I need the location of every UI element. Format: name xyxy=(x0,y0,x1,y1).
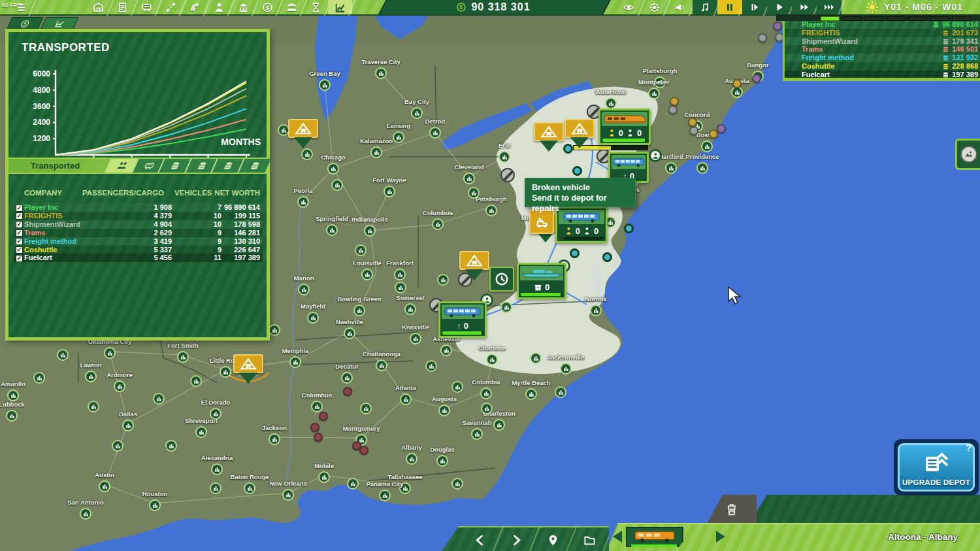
row-checkbox[interactable]: ✓ xyxy=(16,221,23,228)
city-marker[interactable] xyxy=(361,269,373,280)
town-marker[interactable] xyxy=(468,187,480,199)
upgrade-depot-button[interactable]: UPGRADE DEPOT xyxy=(898,443,975,492)
town-marker[interactable] xyxy=(331,179,343,191)
city-marker[interactable] xyxy=(438,405,450,416)
speed-button-play[interactable] xyxy=(767,0,792,14)
city-marker[interactable] xyxy=(114,380,125,392)
leaderboard-row[interactable]: ShipmentWizard179 341 xyxy=(785,37,980,46)
city-marker[interactable] xyxy=(211,463,223,475)
tab-chart[interactable] xyxy=(41,17,79,30)
city-marker[interactable] xyxy=(436,455,448,467)
town-marker[interactable] xyxy=(33,372,45,384)
toolbar-button-radar[interactable] xyxy=(183,0,207,14)
table-row[interactable]: ✓Fuelcart5 45611197 389 xyxy=(14,254,263,262)
city-marker[interactable] xyxy=(341,372,353,384)
city-marker[interactable] xyxy=(370,146,382,158)
help-button[interactable]: ? xyxy=(966,442,972,453)
toolbar-button-contracts[interactable] xyxy=(110,0,135,14)
table-row[interactable]: ✓Player Inc1 908796 890 614 xyxy=(14,203,263,212)
harbor-marker[interactable] xyxy=(624,224,634,233)
vehicle-status-panel[interactable]: 0 xyxy=(517,263,566,299)
leaderboard-row[interactable]: Player Inc96 890 614 xyxy=(785,20,980,29)
town-marker[interactable] xyxy=(355,244,367,256)
town-marker[interactable] xyxy=(500,301,512,313)
locate-button[interactable] xyxy=(534,527,571,551)
city-marker[interactable] xyxy=(80,508,91,520)
row-checkbox[interactable]: ✓ xyxy=(16,255,23,262)
history-forward-button[interactable] xyxy=(498,527,534,551)
city-marker[interactable] xyxy=(463,173,475,184)
harbor-marker[interactable] xyxy=(572,166,582,176)
city-marker[interactable] xyxy=(486,354,498,365)
city-marker[interactable] xyxy=(560,363,572,375)
city-marker[interactable] xyxy=(244,482,255,494)
city-marker[interactable] xyxy=(364,225,376,237)
city-marker[interactable] xyxy=(269,433,280,445)
city-marker[interactable] xyxy=(471,428,483,440)
toolbar-button-time[interactable] xyxy=(304,0,328,14)
city-marker[interactable] xyxy=(318,471,330,483)
metric-tab-coins-5[interactable] xyxy=(237,159,270,173)
city-marker[interactable] xyxy=(99,480,110,492)
town-marker[interactable] xyxy=(190,375,202,387)
competitor-leaderboard[interactable]: Player Inc96 890 614FREIGHTIS201 673Ship… xyxy=(783,18,980,80)
next-vehicle-button[interactable] xyxy=(716,531,725,543)
table-row[interactable]: ✓ShipmentWizard4 90410178 598 xyxy=(14,220,263,229)
table-row[interactable]: ✓Coshuttle5 3379226 647 xyxy=(14,246,263,254)
town-marker[interactable] xyxy=(165,440,177,452)
city-marker[interactable] xyxy=(410,333,421,344)
town-marker[interactable] xyxy=(88,401,99,412)
city-marker[interactable] xyxy=(493,419,505,431)
toolbar-button-staff[interactable] xyxy=(207,0,231,14)
table-row[interactable]: ✓Freight method3 4199130 310 xyxy=(14,237,263,246)
row-checkbox[interactable]: ✓ xyxy=(16,238,23,245)
city-marker[interactable] xyxy=(429,127,441,139)
city-marker[interactable] xyxy=(485,205,497,216)
city-marker[interactable] xyxy=(319,79,331,91)
harbor-marker[interactable] xyxy=(570,248,580,258)
harbor-marker[interactable] xyxy=(602,252,612,262)
leaderboard-row[interactable]: Coshuttle228 868 xyxy=(785,62,980,71)
vehicle-status-panel[interactable]: ↑0 xyxy=(438,301,487,338)
city-marker[interactable] xyxy=(406,453,417,465)
town-marker[interactable] xyxy=(555,386,566,398)
city-marker[interactable] xyxy=(648,88,660,99)
breakdown-warning-sign[interactable] xyxy=(564,119,595,148)
town-marker[interactable] xyxy=(301,148,313,160)
city-marker[interactable] xyxy=(177,351,189,363)
prev-vehicle-button[interactable] xyxy=(613,531,622,543)
town-marker[interactable] xyxy=(451,381,463,393)
toolbar-button-bank[interactable] xyxy=(231,0,255,14)
town-marker[interactable] xyxy=(481,403,493,414)
city-marker[interactable] xyxy=(344,327,355,339)
city-marker[interactable] xyxy=(327,163,339,175)
city-marker[interactable] xyxy=(149,499,161,511)
city-marker[interactable] xyxy=(85,371,97,382)
city-marker[interactable] xyxy=(7,390,19,401)
city-marker[interactable] xyxy=(701,141,713,152)
city-marker[interactable] xyxy=(525,388,537,400)
speed-button-fast[interactable] xyxy=(792,0,817,14)
city-marker[interactable] xyxy=(289,356,301,368)
map-style-button[interactable] xyxy=(955,139,980,170)
history-back-button[interactable] xyxy=(461,527,498,551)
town-marker[interactable] xyxy=(269,324,280,336)
city-marker[interactable] xyxy=(220,366,231,378)
town-marker[interactable] xyxy=(153,393,165,405)
row-checkbox[interactable]: ✓ xyxy=(16,212,23,220)
city-marker[interactable] xyxy=(393,131,404,143)
city-marker[interactable] xyxy=(379,490,391,501)
city-marker[interactable] xyxy=(400,393,412,405)
town-marker[interactable] xyxy=(451,478,463,490)
leaderboard-row[interactable]: Freight method131 932 xyxy=(785,54,980,62)
city-marker[interactable] xyxy=(665,162,677,174)
city-marker[interactable] xyxy=(326,224,338,236)
city-marker[interactable] xyxy=(282,489,294,501)
toolbar-button-routes[interactable] xyxy=(159,0,183,14)
city-marker[interactable] xyxy=(6,410,18,422)
town-marker[interactable] xyxy=(210,482,221,494)
city-marker[interactable] xyxy=(307,312,319,324)
city-marker[interactable] xyxy=(311,401,323,412)
city-marker[interactable] xyxy=(384,186,395,197)
row-checkbox[interactable]: ✓ xyxy=(16,229,23,237)
